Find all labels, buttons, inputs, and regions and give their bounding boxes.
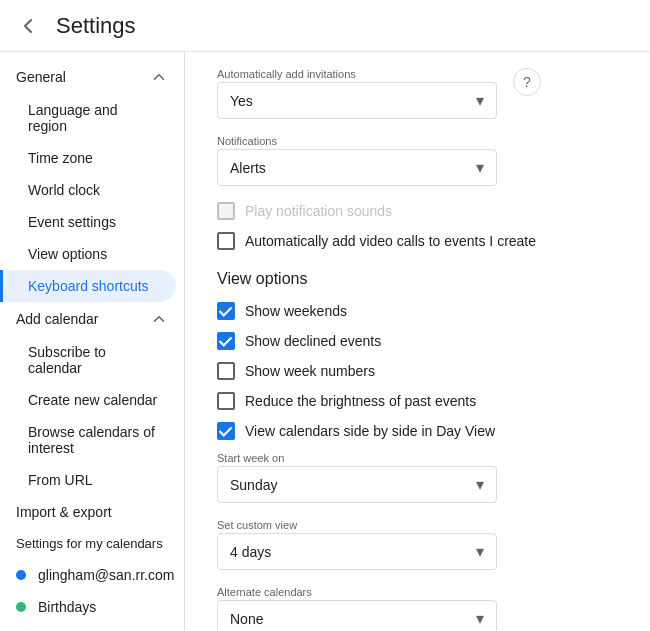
- settings-my-calendars-header: Settings for my calendars: [0, 528, 184, 559]
- play-notification-sounds-label: Play notification sounds: [245, 203, 392, 219]
- chevron-down-icon: ▾: [476, 91, 484, 110]
- play-notification-sounds-checkbox[interactable]: [217, 202, 235, 220]
- sidebar: General Language and region Time zone Wo…: [0, 52, 185, 631]
- auto-add-invitations-label: Automatically add invitations: [217, 68, 497, 80]
- chevron-up-icon: [150, 68, 168, 86]
- sidebar-item-keyboardshortcuts[interactable]: Keyboard shortcuts: [0, 270, 176, 302]
- sidebar-item-timezone[interactable]: Time zone: [0, 142, 176, 174]
- show-declined-label: Show declined events: [245, 333, 381, 349]
- auto-add-video-calls-checkbox[interactable]: [217, 232, 235, 250]
- start-week-chevron-icon: ▾: [476, 475, 484, 494]
- show-weekends-label: Show weekends: [245, 303, 347, 319]
- alternate-calendars-row: Alternate calendars None ▾: [217, 586, 618, 631]
- alternate-cal-chevron-icon: ▾: [476, 609, 484, 628]
- sidebar-item-subscribe[interactable]: Subscribe to calendar: [0, 336, 176, 384]
- alternate-calendars-dropdown[interactable]: None ▾: [217, 600, 497, 631]
- view-side-by-side-label: View calendars side by side in Day View: [245, 423, 495, 439]
- gmail-dot: [16, 570, 26, 580]
- reduce-brightness-row: Reduce the brightness of past events: [217, 392, 618, 410]
- notifications-row: Notifications Alerts ▾: [217, 135, 618, 186]
- show-week-numbers-label: Show week numbers: [245, 363, 375, 379]
- auto-add-video-calls-row: Automatically add video calls to events …: [217, 232, 618, 250]
- view-side-by-side-checkbox[interactable]: [217, 422, 235, 440]
- play-notification-sounds-row: Play notification sounds: [217, 202, 618, 220]
- notifications-chevron-down-icon: ▾: [476, 158, 484, 177]
- auto-add-invitations-row: Automatically add invitations Yes ▾ ?: [217, 68, 618, 119]
- notifications-dropdown[interactable]: Alerts ▾: [217, 149, 497, 186]
- sidebar-section-addcalendar[interactable]: Add calendar: [0, 302, 184, 336]
- auto-add-video-calls-label: Automatically add video calls to events …: [245, 233, 536, 249]
- sidebar-item-browse[interactable]: Browse calendars of interest: [0, 416, 176, 464]
- layout: General Language and region Time zone Wo…: [0, 52, 650, 631]
- start-week-on-label: Start week on: [217, 452, 618, 464]
- sidebar-calendar-birthdays[interactable]: Birthdays: [0, 591, 184, 623]
- sidebar-section-general[interactable]: General: [0, 60, 184, 94]
- show-weekends-row: Show weekends: [217, 302, 618, 320]
- reduce-brightness-checkbox[interactable]: [217, 392, 235, 410]
- reduce-brightness-label: Reduce the brightness of past events: [245, 393, 476, 409]
- show-declined-row: Show declined events: [217, 332, 618, 350]
- settings-other-calendars-header: Settings for other calendars: [0, 623, 184, 631]
- sidebar-calendar-gmail[interactable]: glingham@san.rr.com: [0, 559, 184, 591]
- sidebar-item-eventsettings[interactable]: Event settings: [0, 206, 176, 238]
- start-week-on-dropdown[interactable]: Sunday ▾: [217, 466, 497, 503]
- sidebar-item-importexport[interactable]: Import & export: [0, 496, 184, 528]
- sidebar-item-viewoptions[interactable]: View options: [0, 238, 176, 270]
- set-custom-view-label: Set custom view: [217, 519, 618, 531]
- header: Settings: [0, 0, 650, 52]
- custom-view-chevron-icon: ▾: [476, 542, 484, 561]
- back-button[interactable]: [16, 14, 40, 38]
- main-content: Automatically add invitations Yes ▾ ? No…: [185, 52, 650, 631]
- birthdays-dot: [16, 602, 26, 612]
- chevron-up-icon-addcal: [150, 310, 168, 328]
- sidebar-item-worldclock[interactable]: World clock: [0, 174, 176, 206]
- sidebar-item-createnew[interactable]: Create new calendar: [0, 384, 176, 416]
- help-icon[interactable]: ?: [513, 68, 541, 96]
- set-custom-view-row: Set custom view 4 days ▾: [217, 519, 618, 570]
- set-custom-view-dropdown[interactable]: 4 days ▾: [217, 533, 497, 570]
- view-side-by-side-row: View calendars side by side in Day View: [217, 422, 618, 440]
- notifications-label: Notifications: [217, 135, 618, 147]
- show-week-numbers-row: Show week numbers: [217, 362, 618, 380]
- sidebar-item-language[interactable]: Language and region: [0, 94, 176, 142]
- page-title: Settings: [56, 13, 136, 39]
- start-week-on-row: Start week on Sunday ▾: [217, 452, 618, 503]
- show-declined-checkbox[interactable]: [217, 332, 235, 350]
- sidebar-item-fromurl[interactable]: From URL: [0, 464, 176, 496]
- alternate-calendars-label: Alternate calendars: [217, 586, 618, 598]
- view-options-title: View options: [217, 270, 618, 288]
- show-week-numbers-checkbox[interactable]: [217, 362, 235, 380]
- auto-add-invitations-dropdown[interactable]: Yes ▾: [217, 82, 497, 119]
- show-weekends-checkbox[interactable]: [217, 302, 235, 320]
